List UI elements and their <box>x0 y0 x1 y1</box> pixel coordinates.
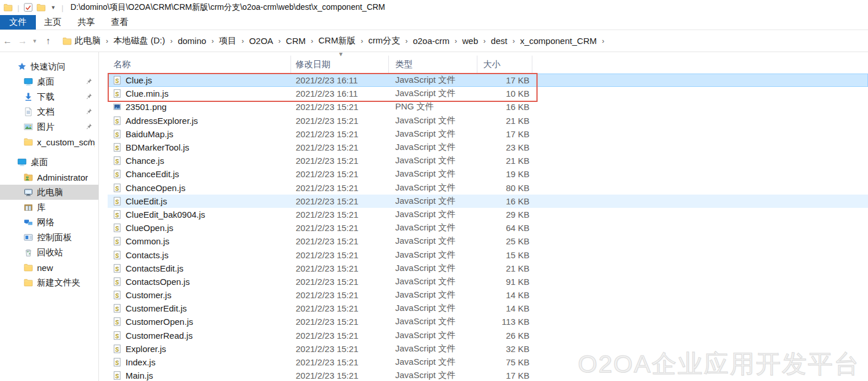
file-row[interactable]: Chance.js 2021/2/23 15:21 JavaScript 文件 … <box>108 154 868 167</box>
ribbon-tab[interactable]: 文件 <box>0 15 36 30</box>
breadcrumb-item[interactable]: domino <box>177 35 207 47</box>
breadcrumb-item[interactable]: dest <box>490 35 507 47</box>
sidebar-item[interactable]: 桌面 <box>0 155 98 170</box>
sidebar-item-icon <box>24 218 33 227</box>
breadcrumb-item[interactable]: web <box>462 35 479 47</box>
file-name: ChanceEdit.js <box>126 169 179 179</box>
file-row[interactable]: ClueEdit.js 2021/2/23 15:21 JavaScript 文… <box>108 195 868 208</box>
file-row[interactable]: CustomerRead.js 2021/2/23 15:21 JavaScri… <box>108 329 868 342</box>
breadcrumb-item[interactable]: 项目 <box>218 34 237 47</box>
forward-button[interactable]: → <box>15 36 30 46</box>
pin-icon <box>85 138 93 145</box>
sidebar-item-icon <box>24 107 33 116</box>
file-row[interactable]: Common.js 2021/2/23 15:21 JavaScript 文件 … <box>108 235 868 248</box>
file-list: Clue.js 2021/2/23 16:11 JavaScript 文件 17… <box>108 74 868 381</box>
file-type: JavaScript 文件 <box>389 303 477 314</box>
file-type: PNG 文件 <box>389 101 477 112</box>
breadcrumb-separator-icon: › <box>597 37 609 45</box>
breadcrumb-separator-icon: › <box>207 37 218 45</box>
sidebar-item[interactable]: 控制面板 <box>0 230 98 245</box>
breadcrumb-item[interactable]: x_component_CRM <box>520 35 598 47</box>
file-row[interactable]: Customer.js 2021/2/23 15:21 JavaScript 文… <box>108 288 868 302</box>
breadcrumb-item[interactable]: 此电脑 <box>74 34 101 47</box>
column-header-type[interactable]: 类型 <box>389 56 477 74</box>
breadcrumb-item[interactable]: o2oa-crm <box>412 35 450 47</box>
file-type: JavaScript 文件 <box>389 115 477 126</box>
breadcrumb-item[interactable]: 本地磁盘 (D:) <box>113 34 165 47</box>
file-row[interactable]: CustomerOpen.js 2021/2/23 15:21 JavaScri… <box>108 315 868 328</box>
file-row[interactable]: AddressExplorer.js 2021/2/23 15:21 JavaS… <box>108 114 868 127</box>
sidebar-item[interactable]: 网络 <box>0 215 98 230</box>
file-row[interactable]: ClueOpen.js 2021/2/23 15:21 JavaScript 文… <box>108 221 868 235</box>
sidebar-item-label: Administrator <box>37 173 88 182</box>
file-type-icon <box>113 102 122 111</box>
sidebar-item[interactable]: 桌面 <box>0 74 98 89</box>
file-date: 2021/2/23 15:21 <box>291 344 389 354</box>
column-header-name[interactable]: 名称 <box>108 56 291 74</box>
file-date: 2021/2/23 15:21 <box>291 196 389 206</box>
file-type: JavaScript 文件 <box>389 142 477 153</box>
ribbon-tab[interactable]: 查看 <box>103 15 137 30</box>
file-row[interactable]: Clue.min.js 2021/2/23 16:11 JavaScript 文… <box>108 87 868 100</box>
pin-icon <box>85 108 93 115</box>
file-row[interactable]: BaiduMap.js 2021/2/23 15:21 JavaScript 文… <box>108 127 868 141</box>
column-header-size[interactable]: 大小 <box>477 56 532 74</box>
file-row[interactable]: 23501.png 2021/2/23 15:21 PNG 文件 16 KB <box>108 100 868 113</box>
sidebar-item[interactable]: 回收站 <box>0 245 98 260</box>
recent-locations-caret-icon[interactable]: ▼ <box>30 38 39 44</box>
titlebar-divider: | <box>60 3 64 12</box>
file-row[interactable]: ChanceOpen.js 2021/2/23 15:21 JavaScript… <box>108 181 868 195</box>
sidebar-item-label: new <box>37 263 53 273</box>
file-row[interactable]: Contacts.js 2021/2/23 15:21 JavaScript 文… <box>108 248 868 261</box>
file-row[interactable]: BDMarkerTool.js 2021/2/23 15:21 JavaScri… <box>108 141 868 154</box>
file-type-icon <box>113 291 122 299</box>
file-type-icon <box>113 331 122 340</box>
sidebar-item[interactable]: 图片 <box>0 119 98 134</box>
sidebar-item[interactable]: new <box>0 260 98 275</box>
file-type: JavaScript 文件 <box>389 263 477 274</box>
sidebar-item[interactable]: 库 <box>0 200 98 215</box>
sidebar-item-icon <box>24 122 33 131</box>
file-date: 2021/2/23 15:21 <box>291 277 389 287</box>
ribbon-tab[interactable]: 主页 <box>36 15 69 30</box>
file-size: 75 KB <box>477 357 532 367</box>
qat-customize-caret-icon[interactable]: ▼ <box>49 5 57 10</box>
file-type-icon <box>113 130 122 138</box>
sidebar-item[interactable]: 新建文件夹 <box>0 275 98 290</box>
file-date: 2021/2/23 16:11 <box>291 89 389 98</box>
ribbon-tab[interactable]: 共享 <box>69 15 103 30</box>
sidebar-item[interactable]: 此电脑 <box>0 185 98 200</box>
file-size: 21 KB <box>477 156 532 166</box>
qat-new-folder-icon[interactable] <box>36 3 46 12</box>
file-name: ContactsEdit.js <box>126 263 183 273</box>
pin-icon <box>85 123 93 130</box>
file-row[interactable]: Clue.js 2021/2/23 16:11 JavaScript 文件 17… <box>108 74 868 87</box>
file-row[interactable]: ContactsOpen.js 2021/2/23 15:21 JavaScri… <box>108 275 868 288</box>
file-row[interactable]: CustomerEdit.js 2021/2/23 15:21 JavaScri… <box>108 302 868 315</box>
file-date: 2021/2/23 16:11 <box>291 75 389 85</box>
up-button[interactable]: ↑ <box>39 36 57 46</box>
breadcrumb-item[interactable]: CRM新版 <box>318 34 356 47</box>
file-type: JavaScript 文件 <box>389 222 477 233</box>
file-type: JavaScript 文件 <box>389 75 477 86</box>
breadcrumb-item[interactable]: O2OA <box>248 35 274 47</box>
sidebar-item[interactable]: 下载 <box>0 89 98 104</box>
file-size: 23 KB <box>477 142 532 152</box>
sidebar-item[interactable]: Administrator <box>0 170 98 185</box>
sidebar-item-label: 此电脑 <box>37 187 63 198</box>
pin-icon <box>85 78 93 85</box>
back-button[interactable]: ← <box>0 36 15 46</box>
sidebar-item-label: 网络 <box>37 217 54 228</box>
file-row[interactable]: ClueEdit_bak0904.js 2021/2/23 15:21 Java… <box>108 208 868 221</box>
breadcrumb-item[interactable]: crm分支 <box>367 34 400 47</box>
sidebar-item[interactable]: 文档 <box>0 104 98 119</box>
qat-properties-checkbox-icon[interactable] <box>24 3 33 12</box>
sidebar-item[interactable]: 快速访问 <box>0 59 98 74</box>
sidebar-item[interactable]: x_custom_scm_i <box>0 134 98 149</box>
column-header-date[interactable]: 修改日期 <box>291 56 389 74</box>
file-row[interactable]: ChanceEdit.js 2021/2/23 15:21 JavaScript… <box>108 167 868 181</box>
sidebar-item-label: 新建文件夹 <box>37 277 80 288</box>
file-size: 21 KB <box>477 263 532 273</box>
file-row[interactable]: ContactsEdit.js 2021/2/23 15:21 JavaScri… <box>108 262 868 275</box>
breadcrumb-item[interactable]: CRM <box>285 35 306 47</box>
